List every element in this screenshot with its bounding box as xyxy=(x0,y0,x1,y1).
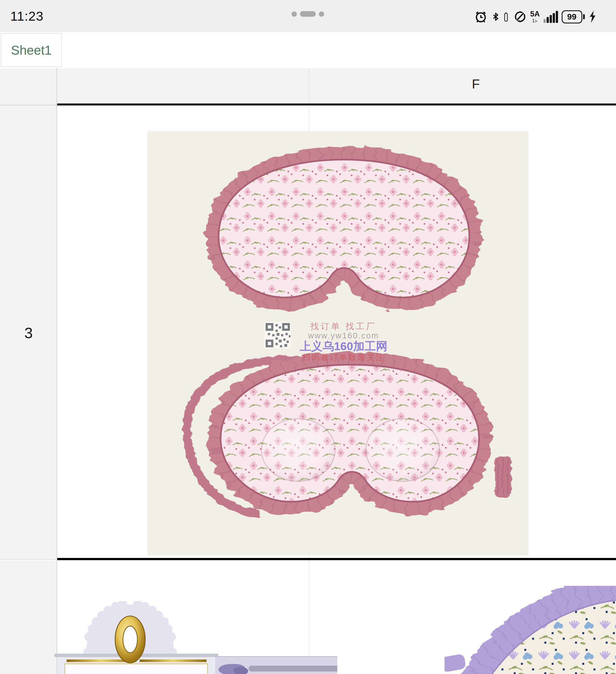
status-bar: 11:23 xyxy=(0,0,616,32)
network-type-label: 5A xyxy=(530,10,540,18)
watermark-line3: 上义乌160加工网 xyxy=(295,340,392,352)
column-header-f[interactable]: F xyxy=(463,76,488,92)
signal-bars-icon xyxy=(544,11,558,23)
battery-percent: 99 xyxy=(567,12,577,21)
header-bottom-border xyxy=(57,104,616,105)
battery-icon: 99 xyxy=(562,10,585,23)
row-header-4[interactable] xyxy=(0,560,57,674)
camera-dot-icon xyxy=(319,11,324,17)
row-header-3[interactable]: 3 xyxy=(0,105,57,558)
camera-dot-icon xyxy=(292,11,297,17)
row-4 xyxy=(0,560,616,674)
tab-sheet1[interactable]: Sheet1 xyxy=(1,33,62,67)
row-divider-gutter xyxy=(0,559,57,559)
purple-eye-mask-image xyxy=(445,586,616,674)
qr-code-icon xyxy=(265,322,291,348)
lavender-tray-image xyxy=(215,656,337,674)
gold-trim xyxy=(140,660,206,662)
watermark-line1: 找订单 找工厂 xyxy=(295,322,392,331)
tab-sheet1-label: Sheet1 xyxy=(11,43,52,58)
phone-screen: 11:23 xyxy=(0,0,616,674)
watermark: 找订单 找工厂 www.yw160.com 上义乌160加工网 扫码看订单敬请关… xyxy=(265,322,392,361)
pink-eye-mask-front-image xyxy=(191,139,497,332)
cell-f3-product-photo[interactable]: 找订单 找工厂 www.yw160.com 上义乌160加工网 扫码看订单敬请关… xyxy=(147,131,528,555)
sim1-label: 1 xyxy=(532,18,534,23)
watermark-line4: 扫码看订单敬请关注 xyxy=(295,353,392,361)
camera-notch xyxy=(292,11,324,17)
column-header-row: F xyxy=(0,68,616,105)
gift-box-panel xyxy=(64,663,208,674)
row-number-3: 3 xyxy=(0,324,57,341)
charging-bolt-icon xyxy=(588,11,597,23)
speaker-pill-icon xyxy=(300,11,316,17)
sync-disabled-icon xyxy=(514,10,526,23)
tray-bar xyxy=(249,666,337,671)
bluetooth-icon xyxy=(491,10,500,23)
network-type-indicator: 5A 1 xyxy=(530,10,540,23)
pink-eye-mask-back-image xyxy=(173,338,515,537)
alarm-icon xyxy=(474,10,487,23)
status-icons: 5A 1 99 xyxy=(474,8,597,25)
clock-time: 11:23 xyxy=(10,8,43,24)
row-divider xyxy=(57,558,616,560)
sim1-arrow-icon xyxy=(535,19,538,23)
gold-grommet-icon xyxy=(114,615,147,664)
column-divider xyxy=(309,68,309,104)
sheet-tab-bar: Sheet1 xyxy=(0,32,616,68)
row-3: 3 xyxy=(0,105,616,558)
watermark-line2: www.yw160.com xyxy=(295,331,392,340)
purple-fabric-blob xyxy=(234,667,248,674)
select-all-corner-cell[interactable] xyxy=(0,68,57,105)
battery-nub xyxy=(583,14,585,19)
bluetooth-battery-icon xyxy=(504,10,510,23)
